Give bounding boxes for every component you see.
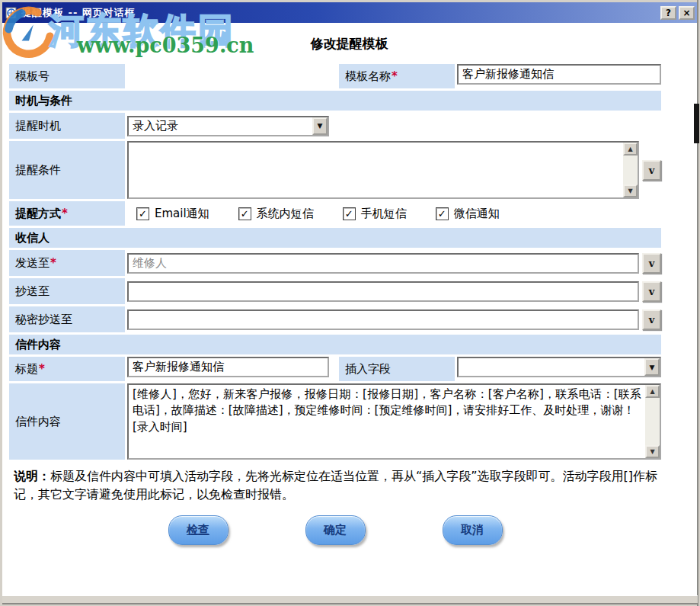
required-asterisk: * [50, 256, 56, 270]
remind-timing-label: 提醒时机 [9, 113, 125, 139]
letter-content-textarea[interactable]: [维修人]，您好，新来客户报修，报修日期：[报修日期]，客户名称：[客户名称]，… [127, 383, 661, 460]
row-cc-to: 抄送至 v [9, 278, 661, 304]
checkbox-label: 微信通知 [454, 207, 500, 221]
empty-area [127, 64, 339, 88]
ok-button[interactable]: 确定 [305, 515, 366, 545]
row-bcc-to: 秘密抄送至 v [9, 306, 661, 332]
template-name-input[interactable]: 客户新报修通知信 [457, 64, 661, 85]
template-no-label: 模板号 [9, 64, 125, 88]
letter-content-label: 信件内容 [9, 383, 125, 460]
checkbox-mobile-sms[interactable]: ✓ 手机短信 [343, 207, 407, 221]
section-timing-condition: 时机与条件 [9, 91, 661, 111]
send-to-expand-button[interactable]: v [642, 253, 661, 274]
cc-to-expand-button[interactable]: v [642, 281, 661, 302]
remind-timing-value: 录入记录 [129, 117, 312, 135]
dialog-icon [5, 7, 18, 19]
subject-label: 标题* [9, 357, 125, 381]
row-remind-method: 提醒方式* ✓ Email通知 ✓ 系统内短信 ✓ 手机短信 ✓ 微信通知 [9, 201, 661, 226]
form-title: 修改提醒模板 [2, 35, 696, 53]
remind-method-label: 提醒方式* [9, 201, 125, 226]
bcc-to-label: 秘密抄送至 [9, 306, 125, 332]
cancel-button[interactable]: 取消 [443, 515, 503, 545]
checkbox-email-notify[interactable]: ✓ Email通知 [136, 207, 209, 221]
required-asterisk: * [62, 207, 68, 220]
row-template: 模板号 模板名称* 客户新报修通知信 [9, 64, 661, 88]
required-asterisk: * [392, 69, 398, 83]
remind-condition-textarea[interactable]: ▲ ▼ [127, 141, 639, 199]
scroll-down-icon[interactable]: ▼ [623, 184, 638, 197]
insert-field-label: 插入字段 [339, 357, 455, 381]
bcc-to-input[interactable] [127, 309, 639, 330]
checkbox-label: Email通知 [155, 207, 209, 221]
title-bar: 提醒模板 -- 网页对话框 ? × [2, 2, 698, 23]
checkbox-checked-icon[interactable]: ✓ [136, 207, 149, 220]
button-row: 检查 确定 取消 [9, 515, 661, 545]
remind-condition-expand-button[interactable]: v [642, 160, 661, 181]
notify-options: ✓ Email通知 ✓ 系统内短信 ✓ 手机短信 ✓ 微信通知 [127, 201, 661, 226]
scroll-up-icon[interactable]: ▲ [645, 385, 660, 398]
note-label: 说明： [14, 469, 50, 483]
window-title: 提醒模板 -- 网页对话框 [21, 6, 658, 20]
chevron-down-icon[interactable]: ▼ [644, 358, 660, 376]
template-form: 模板号 模板名称* 客户新报修通知信 时机与条件 提醒时机 录入记录 ▼ 提醒条… [9, 64, 661, 545]
section-letter-content: 信件内容 [9, 335, 661, 354]
remind-condition-label: 提醒条件 [9, 141, 125, 199]
subject-input[interactable]: 客户新报修通知信 [127, 357, 329, 377]
required-asterisk: * [39, 362, 45, 376]
dialog-content: 修改提醒模板 模板号 模板名称* 客户新报修通知信 时机与条件 提醒时机 录入记… [2, 23, 696, 598]
insert-field-select[interactable]: ▼ [457, 357, 661, 377]
chevron-down-icon[interactable]: ▼ [312, 117, 328, 135]
checkbox-label: 系统内短信 [257, 207, 314, 221]
row-send-to: 发送至* 维修人 v [9, 250, 661, 276]
checkbox-label: 手机短信 [361, 207, 407, 221]
remind-timing-select[interactable]: 录入记录 ▼ [127, 116, 329, 136]
row-letter-content: 信件内容 [维修人]，您好，新来客户报修，报修日期：[报修日期]，客户名称：[客… [9, 383, 661, 460]
scrollbar[interactable]: ▲ ▼ [645, 385, 660, 458]
insert-field-value [459, 358, 644, 376]
note-text: 说明：标题及信件内容中可填入活动字段，先将光标定位在适当位置，再从“插入字段”选… [14, 467, 658, 504]
checkbox-checked-icon[interactable]: ✓ [436, 207, 449, 220]
checkbox-checked-icon[interactable]: ✓ [238, 207, 251, 220]
bcc-to-expand-button[interactable]: v [642, 309, 661, 330]
help-button[interactable]: ? [660, 6, 676, 20]
scroll-down-icon[interactable]: ▼ [645, 445, 660, 458]
check-button[interactable]: 检查 [168, 515, 229, 545]
send-to-label: 发送至* [9, 250, 125, 276]
screenshot-artifact [694, 104, 699, 143]
template-name-label: 模板名称* [339, 64, 455, 88]
section-recipients: 收信人 [9, 228, 661, 248]
row-remind-condition: 提醒条件 ▲ ▼ v [9, 141, 661, 199]
checkbox-wechat-notify[interactable]: ✓ 微信通知 [436, 207, 500, 221]
cc-to-label: 抄送至 [9, 278, 125, 304]
cc-to-input[interactable] [127, 281, 639, 302]
row-subject: 标题* 客户新报修通知信 插入字段 ▼ [9, 357, 661, 381]
scrollbar[interactable]: ▲ ▼ [623, 143, 638, 197]
checkbox-checked-icon[interactable]: ✓ [343, 207, 356, 220]
scroll-up-icon[interactable]: ▲ [623, 143, 638, 156]
dialog-right-border [697, 0, 698, 606]
send-to-input[interactable]: 维修人 [127, 253, 639, 274]
dialog-bottom-border [2, 595, 698, 604]
row-remind-timing: 提醒时机 录入记录 ▼ [9, 113, 661, 139]
checkbox-system-sms[interactable]: ✓ 系统内短信 [238, 207, 314, 221]
close-button[interactable]: × [679, 6, 695, 20]
